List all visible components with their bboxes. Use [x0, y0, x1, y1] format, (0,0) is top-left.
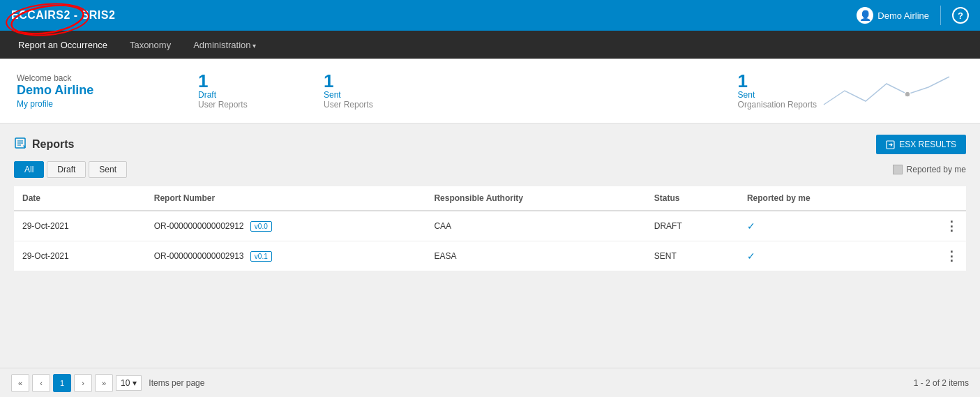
- reports-title: Reports: [32, 138, 74, 151]
- table-row: 29-Oct-2021 OR-0000000000002913 v0.1 EAS…: [14, 241, 966, 271]
- stat-sent-org-number: 1: [738, 72, 748, 90]
- esx-results-label: ESX RESULTS: [899, 140, 956, 149]
- navbar-divider: [940, 6, 941, 25]
- col-authority: Responsible Authority: [425, 186, 645, 211]
- col-date: Date: [14, 186, 146, 211]
- stat-draft-label2: User Reports: [198, 100, 248, 110]
- report-number-text-1: OR-0000000000002912: [154, 221, 244, 231]
- logo-area: ECCAIRS2 - SRIS2: [11, 9, 115, 22]
- user-icon: 👤: [857, 7, 873, 24]
- col-status: Status: [646, 186, 739, 211]
- table-row: 29-Oct-2021 OR-0000000000002912 v0.0 CAA…: [14, 211, 966, 241]
- welcome-name: Demo Airline: [17, 83, 170, 98]
- filter-buttons: All Draft Sent: [14, 161, 127, 178]
- main-content: Reports ESX RESULTS All Draft Sent Repor…: [0, 123, 980, 283]
- cell-actions-1[interactable]: ⋮: [905, 211, 966, 241]
- cell-status-2: SENT: [646, 241, 739, 271]
- help-button[interactable]: ?: [952, 7, 969, 24]
- stat-draft: 1 Draft User Reports: [170, 72, 296, 110]
- check-icon-2: ✓: [747, 250, 755, 262]
- app-logo: ECCAIRS2 - SRIS2: [11, 9, 115, 21]
- cell-reported-by-me-1: ✓: [739, 211, 905, 241]
- nav-report-occurrence[interactable]: Report an Occurrence: [8, 34, 117, 56]
- welcome-banner: Welcome back Demo Airline My profile 1 D…: [0, 59, 980, 123]
- filter-all-button[interactable]: All: [14, 161, 44, 178]
- filter-row: All Draft Sent Reported by me: [14, 161, 966, 178]
- stat-sent-user-label2: User Reports: [324, 100, 373, 110]
- check-icon-1: ✓: [747, 220, 755, 232]
- user-name: Demo Airline: [877, 10, 929, 21]
- cell-date-2: 29-Oct-2021: [14, 241, 146, 271]
- welcome-left: Welcome back Demo Airline My profile: [17, 73, 170, 109]
- cell-actions-2[interactable]: ⋮: [905, 241, 966, 271]
- esx-results-button[interactable]: ESX RESULTS: [876, 135, 966, 154]
- cell-date-1: 29-Oct-2021: [14, 211, 146, 241]
- version-badge-2[interactable]: v0.1: [250, 251, 272, 262]
- cell-authority-1: CAA: [425, 211, 645, 241]
- sparkline-chart: [817, 70, 956, 112]
- cell-report-number-2: OR-0000000000002913 v0.1: [146, 241, 426, 271]
- version-badge-1[interactable]: v0.0: [250, 221, 272, 232]
- cell-status-1: DRAFT: [646, 211, 739, 241]
- export-icon: [886, 140, 895, 149]
- reports-icon: [14, 137, 27, 152]
- reported-by-me-filter[interactable]: Reported by me: [893, 165, 966, 174]
- reported-by-me-label: Reported by me: [907, 165, 966, 174]
- col-report-number: Report Number: [146, 186, 426, 211]
- my-profile-link[interactable]: My profile: [17, 99, 170, 109]
- more-actions-icon-1[interactable]: ⋮: [945, 219, 958, 233]
- navbar-right: 👤 Demo Airline ?: [857, 6, 969, 25]
- cell-authority-2: EASA: [425, 241, 645, 271]
- table-head: Date Report Number Responsible Authority…: [14, 186, 966, 211]
- filter-draft-button[interactable]: Draft: [47, 161, 86, 178]
- col-reported-by-me: Reported by me: [739, 186, 905, 211]
- banner-chart: 1 Sent Organisation Reports: [421, 70, 963, 112]
- stat-sent-org-label2: Organisation Reports: [738, 100, 817, 110]
- welcome-back-label: Welcome back: [17, 73, 170, 83]
- col-actions: [905, 186, 966, 211]
- filter-sent-button[interactable]: Sent: [89, 161, 127, 178]
- reports-title-area: Reports: [14, 137, 74, 152]
- top-navbar: ECCAIRS2 - SRIS2 👤 Demo Airline ?: [0, 0, 980, 31]
- reports-table: Date Report Number Responsible Authority…: [14, 186, 966, 271]
- table-body: 29-Oct-2021 OR-0000000000002912 v0.0 CAA…: [14, 211, 966, 271]
- navbar-user[interactable]: 👤 Demo Airline: [857, 7, 929, 24]
- reported-by-me-checkbox[interactable]: [893, 165, 903, 174]
- cell-reported-by-me-2: ✓: [739, 241, 905, 271]
- stat-sent-org: 1 Sent Organisation Reports: [710, 72, 817, 110]
- stat-sent-user-number: 1: [324, 72, 333, 90]
- svg-point-1: [905, 91, 910, 97]
- nav-administration[interactable]: Administration: [183, 34, 266, 56]
- stat-draft-label1: Draft: [198, 90, 216, 100]
- status-label-1: DRAFT: [654, 221, 682, 231]
- secondary-navbar: Report an Occurrence Taxonomy Administra…: [0, 31, 980, 59]
- nav-taxonomy[interactable]: Taxonomy: [120, 34, 181, 56]
- stat-sent-org-label1: Sent: [738, 90, 755, 100]
- stat-sent-user: 1 Sent User Reports: [296, 72, 421, 110]
- cell-report-number-1: OR-0000000000002912 v0.0: [146, 211, 426, 241]
- status-label-2: SENT: [654, 251, 677, 261]
- more-actions-icon-2[interactable]: ⋮: [945, 249, 958, 263]
- stat-draft-number: 1: [198, 72, 208, 90]
- stat-sent-user-label1: Sent: [324, 90, 341, 100]
- reports-header: Reports ESX RESULTS: [14, 135, 966, 154]
- table-header-row: Date Report Number Responsible Authority…: [14, 186, 966, 211]
- report-number-text-2: OR-0000000000002913: [154, 251, 244, 261]
